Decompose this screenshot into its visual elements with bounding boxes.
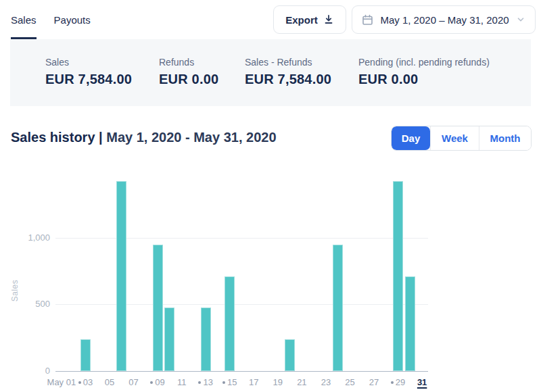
granularity-day[interactable]: Day: [392, 126, 430, 150]
sales-bar-day-13[interactable]: [201, 308, 211, 371]
summary-value: EUR 7,584.00: [45, 72, 132, 87]
y-tick-label: 0: [14, 366, 50, 376]
summary-item: RefundsEUR 0.00: [159, 57, 218, 87]
x-tick-selected-day[interactable]: 31: [402, 377, 442, 387]
export-button-label: Export: [285, 14, 318, 26]
summary-value: EUR 0.00: [358, 72, 490, 87]
summary-item: Pending (incl. pending refunds)EUR 0.00: [358, 57, 490, 87]
granularity-toggle: DayWeekMonth: [391, 126, 532, 151]
fully-paid-out-dot: [198, 381, 201, 384]
summary-label: Refunds: [159, 57, 218, 68]
summary-item: Sales - RefundsEUR 7,584.00: [245, 57, 331, 87]
sales-bar-chart: Sales PendingReady for payoutPaid outFul…: [0, 162, 541, 392]
summary-panel: SalesEUR 7,584.00RefundsEUR 0.00Sales - …: [10, 39, 531, 106]
sales-history-title: Sales history | May 1, 2020 - May 31, 20…: [11, 130, 277, 145]
sales-bar-day-30[interactable]: [405, 276, 415, 371]
tab-sales[interactable]: Sales: [11, 0, 37, 39]
sales-bar-day-10[interactable]: [164, 308, 174, 371]
fully-paid-out-dot: [78, 381, 81, 384]
sales-bar-day-9[interactable]: [153, 245, 163, 371]
top-tabs: SalesPayouts: [11, 0, 91, 39]
sales-history-subtitle: May 1, 2020 - May 31, 2020: [106, 130, 276, 145]
summary-label: Sales - Refunds: [245, 57, 331, 68]
tab-payouts[interactable]: Payouts: [54, 0, 91, 39]
granularity-week[interactable]: Week: [430, 126, 479, 150]
chevron-down-icon: [516, 15, 525, 24]
sales-bar-day-3[interactable]: [80, 339, 91, 371]
sales-bar-day-29[interactable]: [393, 181, 403, 371]
sales-dashboard: SalesPayouts Export May 1, 2020 – May 31…: [0, 0, 541, 392]
fully-paid-out-dot: [391, 381, 394, 384]
fully-paid-out-dot: [222, 381, 225, 384]
fully-paid-out-dot: [150, 381, 153, 384]
summary-label: Pending (incl. pending refunds): [358, 57, 490, 68]
sales-bar-day-24[interactable]: [333, 245, 343, 371]
gridline: [55, 304, 428, 305]
sales-bar-day-20[interactable]: [285, 339, 295, 371]
header: SalesPayouts Export May 1, 2020 – May 31…: [0, 0, 541, 39]
sales-bar-day-6[interactable]: [116, 181, 126, 371]
granularity-month[interactable]: Month: [479, 126, 531, 150]
summary-value: EUR 7,584.00: [245, 72, 331, 87]
download-icon: [323, 14, 334, 25]
x-tick-label: 31: [417, 377, 427, 387]
y-axis-title: Sales: [10, 264, 20, 318]
y-tick-label: 500: [14, 299, 50, 309]
summary-item: SalesEUR 7,584.00: [45, 57, 132, 87]
x-axis-line: [55, 371, 428, 372]
date-range-picker[interactable]: May 1, 2020 – May 31, 2020: [352, 5, 536, 34]
summary-value: EUR 0.00: [159, 72, 218, 87]
y-tick-label: 1,000: [14, 232, 50, 243]
sales-history-title-bold: Sales history |: [11, 130, 106, 145]
summary-label: Sales: [45, 57, 132, 68]
gridline: [55, 238, 428, 239]
sales-bar-day-15[interactable]: [225, 276, 235, 371]
date-range-label: May 1, 2020 – May 31, 2020: [380, 14, 509, 26]
calendar-icon: [362, 14, 373, 26]
export-button[interactable]: Export: [273, 5, 346, 34]
